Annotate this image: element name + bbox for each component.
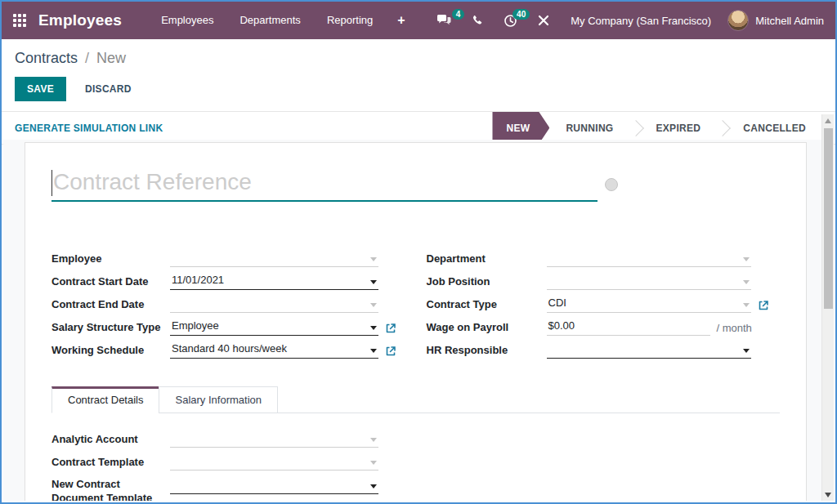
external-link-icon[interactable] bbox=[385, 323, 396, 334]
wage-period-suffix: / month bbox=[717, 322, 752, 334]
contract-end-date-row: Contract End Date bbox=[51, 297, 405, 313]
breadcrumb-contracts-link[interactable]: Contracts bbox=[15, 50, 78, 66]
salary-structure-type-row: Salary Structure Type Employee bbox=[51, 319, 405, 336]
breadcrumb: Contracts / New bbox=[2, 39, 835, 70]
company-switcher[interactable]: My Company (San Francisco) bbox=[571, 15, 711, 27]
save-button[interactable]: SAVE bbox=[15, 77, 66, 101]
top-navbar: Employees Employees Departments Reportin… bbox=[2, 2, 835, 39]
breadcrumb-current: New bbox=[96, 50, 126, 66]
dropdown-caret-icon bbox=[370, 326, 377, 330]
text-cursor bbox=[51, 170, 52, 196]
activities-badge: 40 bbox=[512, 9, 530, 20]
user-avatar bbox=[727, 10, 749, 31]
scrollbar-thumb[interactable] bbox=[824, 128, 833, 309]
contract-end-date-field[interactable] bbox=[170, 297, 378, 313]
hr-responsible-row: HR Responsible bbox=[427, 342, 781, 359]
department-label: Department bbox=[427, 252, 547, 267]
tab-contract-details[interactable]: Contract Details bbox=[51, 386, 159, 413]
new-contract-document-template-label: New Contract Document Template bbox=[51, 477, 170, 501]
user-name: Mitchell Admin bbox=[755, 15, 824, 27]
nav-menu-employees[interactable]: Employees bbox=[148, 2, 226, 39]
hr-responsible-label: HR Responsible bbox=[427, 343, 547, 359]
form-left-column: Employee Contract Start Date 11/01/2021 … bbox=[51, 251, 405, 365]
contract-type-row: Contract Type CDI bbox=[427, 297, 781, 313]
working-schedule-label: Working Schedule bbox=[51, 343, 170, 359]
nav-menu: Employees Departments Reporting bbox=[148, 2, 386, 39]
scroll-up-arrow-icon[interactable] bbox=[825, 118, 831, 123]
dropdown-caret-icon bbox=[370, 257, 377, 261]
dropdown-caret-icon bbox=[743, 280, 750, 284]
contract-type-field[interactable]: CDI bbox=[547, 297, 751, 313]
tab-salary-information[interactable]: Salary Information bbox=[159, 386, 278, 413]
contract-template-row: Contract Template bbox=[51, 454, 406, 471]
job-position-row: Job Position bbox=[427, 274, 781, 290]
messages-button[interactable]: 4 bbox=[429, 9, 459, 32]
vertical-scrollbar[interactable] bbox=[821, 114, 834, 501]
contract-start-date-field[interactable]: 11/01/2021 bbox=[170, 274, 378, 290]
new-contract-document-template-row: New Contract Document Template bbox=[51, 477, 406, 501]
app-name[interactable]: Employees bbox=[38, 11, 122, 29]
nav-menu-reporting[interactable]: Reporting bbox=[314, 2, 386, 39]
debug-tools-button[interactable] bbox=[530, 9, 557, 32]
employee-field[interactable] bbox=[170, 251, 378, 267]
contract-start-date-label: Contract Start Date bbox=[51, 274, 170, 290]
dropdown-caret-icon bbox=[370, 438, 377, 442]
dropdown-caret-icon bbox=[370, 461, 377, 465]
salary-structure-type-field[interactable]: Employee bbox=[170, 319, 378, 336]
working-schedule-row: Working Schedule Standard 40 hours/week bbox=[51, 342, 405, 359]
messages-badge: 4 bbox=[452, 9, 465, 20]
scroll-down-arrow-icon[interactable] bbox=[825, 493, 831, 497]
contract-end-date-label: Contract End Date bbox=[51, 297, 170, 313]
tab-bar: Contract Details Salary Information bbox=[51, 386, 780, 413]
analytic-account-label: Analytic Account bbox=[51, 432, 170, 448]
dropdown-caret-icon bbox=[370, 484, 377, 488]
hr-responsible-field[interactable] bbox=[547, 342, 751, 359]
analytic-account-field[interactable] bbox=[170, 431, 378, 448]
contract-reference-input[interactable] bbox=[51, 167, 598, 202]
user-menu[interactable]: Mitchell Admin bbox=[727, 10, 824, 31]
new-contract-document-template-field[interactable] bbox=[170, 478, 378, 494]
department-row: Department bbox=[427, 251, 781, 267]
phone-icon bbox=[472, 15, 484, 27]
wage-on-payroll-row: Wage on Payroll $0.00 / month bbox=[427, 319, 781, 336]
analytic-account-row: Analytic Account bbox=[51, 431, 406, 448]
control-panel-buttons: SAVE DISCARD bbox=[2, 70, 835, 112]
contract-type-label: Contract Type bbox=[427, 297, 547, 313]
contract-template-label: Contract Template bbox=[51, 455, 170, 471]
chat-bubbles-icon bbox=[436, 14, 452, 27]
job-position-label: Job Position bbox=[427, 274, 547, 290]
tools-icon bbox=[537, 14, 550, 27]
job-position-field[interactable] bbox=[547, 274, 751, 290]
activities-button[interactable]: 40 bbox=[496, 9, 525, 33]
dropdown-caret-icon bbox=[370, 349, 377, 353]
nav-menu-departments[interactable]: Departments bbox=[226, 2, 313, 39]
department-field[interactable] bbox=[547, 251, 751, 267]
contract-template-field[interactable] bbox=[170, 454, 378, 471]
apps-grid-icon[interactable] bbox=[13, 14, 27, 28]
phone-button[interactable] bbox=[464, 10, 491, 32]
salary-structure-type-label: Salary Structure Type bbox=[51, 320, 170, 336]
title-row bbox=[51, 167, 780, 202]
plus-icon[interactable]: + bbox=[386, 13, 416, 28]
working-schedule-field[interactable]: Standard 40 hours/week bbox=[170, 342, 378, 359]
dropdown-caret-icon bbox=[370, 280, 377, 284]
wage-on-payroll-label: Wage on Payroll bbox=[427, 320, 547, 336]
dropdown-caret-icon bbox=[743, 303, 750, 307]
breadcrumb-separator: / bbox=[85, 50, 89, 66]
form-right-column: Department Job Position Contract Type CD… bbox=[427, 251, 781, 365]
notebook: Contract Details Salary Information Anal… bbox=[51, 386, 780, 501]
form-fields: Employee Contract Start Date 11/01/2021 … bbox=[51, 251, 780, 365]
contract-details-tab-content: Analytic Account Contract Template New C… bbox=[51, 431, 406, 501]
content-area: Employee Contract Start Date 11/01/2021 … bbox=[3, 140, 834, 501]
external-link-icon[interactable] bbox=[758, 300, 769, 311]
activity-state-icon[interactable] bbox=[605, 178, 618, 191]
form-sheet: Employee Contract Start Date 11/01/2021 … bbox=[25, 142, 807, 501]
contract-start-date-row: Contract Start Date 11/01/2021 bbox=[51, 274, 405, 290]
dropdown-caret-icon bbox=[370, 303, 377, 307]
wage-on-payroll-field[interactable]: $0.00 bbox=[547, 319, 710, 336]
dropdown-caret-icon bbox=[743, 257, 750, 261]
generate-simulation-link-button[interactable]: GENERATE SIMULATION LINK bbox=[15, 123, 163, 134]
systray: 4 40 My Company bbox=[429, 9, 824, 33]
external-link-icon[interactable] bbox=[385, 346, 396, 357]
discard-button[interactable]: DISCARD bbox=[73, 77, 144, 101]
